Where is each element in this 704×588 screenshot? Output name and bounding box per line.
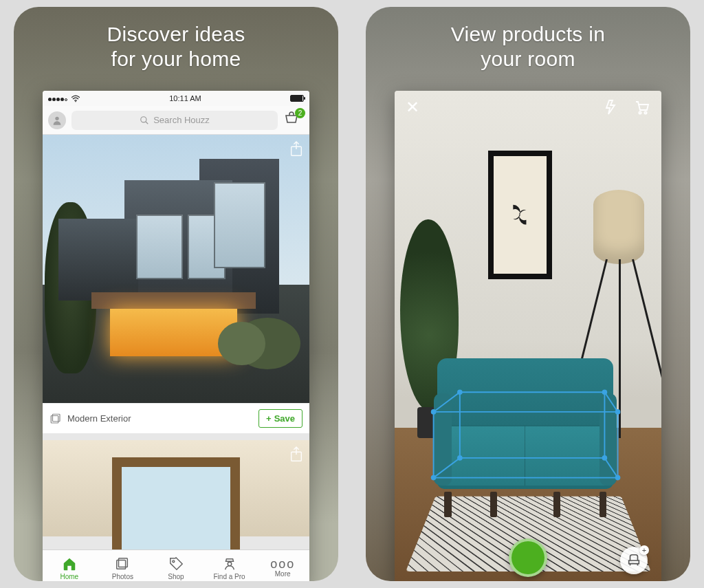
save-button[interactable]: + Save [258, 409, 302, 428]
battery-icon [290, 95, 304, 102]
add-product-button[interactable]: + [620, 547, 648, 574]
tab-home[interactable]: Home [43, 550, 96, 581]
status-bar: 10:11 AM [43, 91, 309, 106]
feed[interactable]: Modern Exterior + Save [43, 135, 309, 549]
save-label: Save [274, 413, 295, 424]
svg-point-1 [55, 116, 58, 120]
plus-icon: + [639, 545, 649, 555]
feed-photo[interactable] [43, 440, 309, 536]
tab-find-pro[interactable]: Find a Pro [203, 550, 256, 581]
search-icon [140, 116, 149, 125]
pro-icon [222, 556, 237, 571]
ar-toolbar: ✕ [395, 99, 661, 118]
flash-button[interactable] [602, 99, 619, 118]
tab-label: More [275, 570, 291, 578]
svg-rect-5 [53, 414, 60, 422]
status-right [290, 95, 304, 102]
status-time: 10:11 AM [169, 94, 201, 102]
svg-point-0 [75, 100, 76, 102]
headline-line2: your room [481, 47, 575, 70]
phone-mock-home: 10:11 AM Search Houzz 2 [43, 91, 309, 581]
ar-view[interactable]: ✕ + [395, 91, 661, 581]
tab-bar: Home Photos Shop Find a Pro ooo More [43, 549, 309, 581]
cart-icon [634, 99, 650, 116]
tag-icon [168, 556, 184, 571]
svg-point-10 [173, 560, 175, 563]
svg-point-20 [639, 111, 641, 113]
promo-panel-discover: Discover ideas for your home 10:11 AM Se… [14, 7, 338, 581]
feed-card[interactable] [43, 440, 309, 536]
room-scene [395, 91, 661, 581]
search-input[interactable]: Search Houzz [72, 111, 278, 130]
headline-line2: for your home [111, 47, 241, 70]
top-bar: Search Houzz 2 [43, 106, 309, 135]
chair-icon [626, 553, 641, 568]
share-icon [289, 446, 304, 464]
ar-product-sofa[interactable] [437, 358, 613, 517]
wall-art [488, 151, 552, 279]
svg-rect-8 [119, 558, 128, 567]
cart-badge: 2 [295, 108, 305, 118]
tab-label: Find a Pro [214, 573, 245, 580]
headline-line1: Discover ideas [107, 23, 245, 45]
tab-label: Shop [168, 573, 184, 580]
tab-photos[interactable]: Photos [96, 550, 150, 581]
profile-avatar[interactable] [48, 111, 66, 129]
card-label[interactable]: Modern Exterior [50, 413, 131, 425]
photos-icon [115, 556, 130, 571]
home-icon [62, 556, 77, 571]
tab-more[interactable]: ooo More [256, 550, 309, 581]
share-icon [289, 140, 304, 158]
tab-label: Home [60, 573, 78, 580]
svg-point-11 [228, 562, 232, 566]
svg-line-3 [146, 121, 148, 124]
card-bar: Modern Exterior + Save [43, 403, 309, 433]
cart-button[interactable]: 2 [283, 111, 304, 130]
signal-dots-icon [48, 94, 68, 102]
svg-point-21 [644, 111, 646, 113]
capture-button[interactable] [509, 538, 547, 577]
card-title: Modern Exterior [67, 413, 131, 424]
wifi-icon [71, 95, 80, 102]
plus-icon: + [266, 413, 272, 424]
status-left [48, 94, 80, 102]
person-icon [52, 115, 63, 126]
feed-card[interactable]: Modern Exterior + Save [43, 135, 309, 433]
tab-label: Photos [112, 573, 133, 580]
promo-panel-ar: View products in your room [366, 7, 690, 581]
search-placeholder: Search Houzz [153, 115, 210, 125]
share-button[interactable] [289, 140, 304, 158]
photo-stack-icon [50, 413, 62, 425]
more-icon: ooo [270, 559, 295, 569]
cart-button[interactable] [634, 99, 650, 118]
svg-point-2 [141, 116, 146, 122]
tab-shop[interactable]: Shop [149, 550, 203, 581]
share-button[interactable] [289, 446, 304, 464]
svg-rect-6 [51, 415, 58, 423]
headline-ar: View products in your room [451, 22, 605, 72]
close-button[interactable]: ✕ [406, 99, 419, 118]
headline-line1: View products in [451, 23, 605, 45]
flash-icon [602, 99, 619, 116]
headline-discover: Discover ideas for your home [107, 22, 245, 72]
feed-photo[interactable] [43, 135, 309, 403]
svg-rect-9 [117, 560, 126, 569]
